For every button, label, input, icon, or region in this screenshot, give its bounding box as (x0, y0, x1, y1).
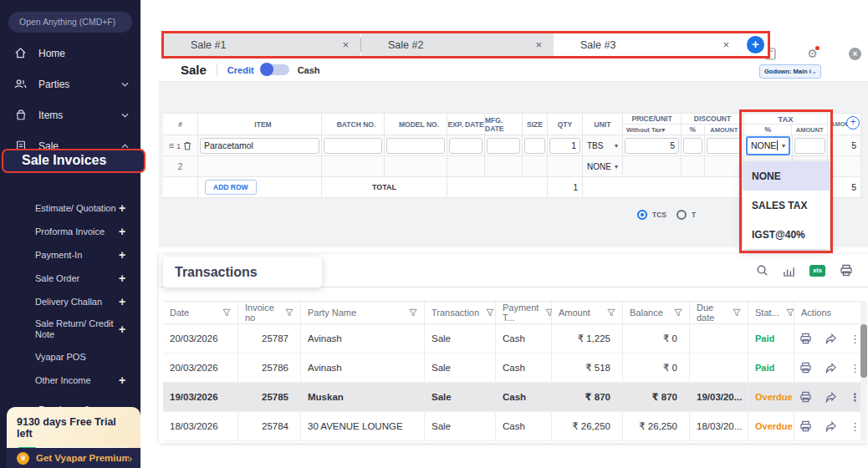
filter-icon[interactable] (607, 308, 615, 317)
share-icon[interactable] (825, 421, 837, 432)
plus-icon[interactable]: + (117, 323, 127, 336)
tax-option-sales-tax[interactable]: SALES TAX (743, 191, 830, 220)
plus-icon[interactable]: + (117, 374, 127, 387)
search-icon[interactable] (756, 264, 768, 277)
get-premium-button[interactable]: ♛ Get Vyapar Premium › (7, 448, 140, 468)
transactions-scrollbar-thumb[interactable] (860, 324, 867, 378)
model-no-input[interactable] (386, 138, 445, 154)
cell-transaction: Sale (425, 383, 496, 412)
share-icon[interactable] (825, 392, 837, 403)
tax-select-combobox[interactable]: NONE ▾ (746, 136, 790, 155)
size-input[interactable] (524, 138, 545, 154)
transaction-row[interactable]: 20/03/2026 25786 Avinash Sale Cash ₹ 518… (163, 354, 865, 383)
cell-transaction: Sale (425, 324, 496, 354)
add-row-button[interactable]: ADD ROW (205, 180, 257, 195)
qty-input[interactable]: 1 (549, 138, 580, 154)
kebab-menu-icon[interactable]: ⋮ (850, 362, 860, 374)
filter-icon[interactable] (674, 308, 682, 317)
chevron-right-icon: › (129, 452, 132, 465)
sidebar-item-proforma-invoice[interactable]: Proforma Invoice + (0, 220, 140, 243)
transactions-scrollbar-track[interactable] (860, 301, 867, 442)
price-input[interactable]: 5 (625, 138, 679, 154)
mfg-date-input[interactable] (487, 138, 520, 154)
unit-select[interactable]: TBS ▾ (583, 141, 622, 150)
exp-date-input[interactable] (449, 138, 483, 154)
second-radio[interactable] (677, 210, 687, 220)
share-icon[interactable] (825, 363, 837, 374)
plus-icon[interactable]: + (117, 201, 127, 215)
sidebar-item-sale-return-credit-note[interactable]: Sale Return/ Credit Note + (0, 313, 140, 345)
print-icon[interactable] (799, 391, 812, 403)
tax-option-none[interactable]: NONE (743, 161, 830, 191)
filter-icon[interactable] (285, 308, 294, 317)
item-name-cell[interactable] (198, 156, 322, 177)
batch-no-input[interactable] (324, 138, 382, 154)
tab-sale-2[interactable]: Sale #2 × (361, 33, 554, 56)
col-mfg-date: MFG. DATE (485, 113, 523, 135)
filter-icon[interactable] (733, 308, 741, 317)
tax-option-igst40[interactable]: IGST@40% (743, 220, 830, 249)
filter-icon[interactable] (786, 308, 794, 317)
sidebar-item-payment-in[interactable]: Payment-In + (0, 243, 140, 267)
sidebar-item-other-income[interactable]: Other Income + (0, 369, 140, 392)
delete-row-icon[interactable] (183, 141, 191, 150)
open-anything-search[interactable]: Open Anything (CMD+F) (8, 12, 132, 33)
print-icon[interactable] (799, 362, 812, 374)
filter-icon[interactable] (486, 308, 494, 317)
cell-amount: ₹ 518 (552, 354, 623, 383)
sidebar-item-sale-invoices-active[interactable]: Sale Invoices (2, 149, 146, 173)
chevron-down-icon: ⌄ (811, 68, 817, 75)
discount-pct-input[interactable] (683, 138, 702, 154)
drag-handle-icon[interactable]: ≡ (169, 140, 174, 150)
share-icon[interactable] (825, 333, 837, 344)
sidebar-item-vyapar-pos[interactable]: Vyapar POS (0, 345, 140, 369)
add-column-button[interactable]: + (846, 116, 860, 130)
kebab-menu-icon[interactable]: ⋮ (850, 391, 860, 404)
transaction-row[interactable]: 18/03/2026 25784 30 AVENUE LOUNGE Sale C… (163, 412, 865, 441)
bar-chart-icon[interactable] (783, 265, 795, 277)
sidebar-item-home[interactable]: Home (0, 38, 140, 69)
tab-sale-3-active[interactable]: Sale #3 × (554, 33, 741, 56)
plus-icon[interactable]: + (117, 248, 127, 262)
kebab-menu-icon[interactable]: ⋮ (850, 333, 860, 345)
tax-amount-input[interactable] (794, 138, 825, 154)
print-icon[interactable] (799, 420, 812, 432)
sidebar-item-parties[interactable]: Parties (0, 69, 140, 99)
sidebar-item-items[interactable]: Items (0, 99, 140, 130)
credit-cash-toggle[interactable] (261, 64, 289, 75)
print-icon[interactable] (799, 333, 812, 344)
settings-gear-icon[interactable]: ⚙ (807, 48, 818, 59)
unit-select[interactable]: NONE ▾ (583, 162, 622, 171)
notification-dot (815, 46, 819, 50)
transaction-row[interactable]: 20/03/2026 25787 Avinash Sale Cash ₹ 1,2… (163, 324, 865, 354)
cash-label[interactable]: Cash (298, 65, 320, 75)
plus-icon[interactable]: + (117, 272, 127, 285)
transactions-table: Date Invoice no Party Name Transaction P… (163, 301, 865, 441)
discount-amount-input[interactable] (707, 138, 742, 154)
print-icon[interactable] (840, 264, 853, 277)
close-window-icon[interactable]: × (849, 48, 861, 60)
sidebar-item-delivery-challan[interactable]: Delivery Challan + (0, 290, 140, 313)
kebab-menu-icon[interactable]: ⋮ (850, 420, 860, 433)
add-tab-button[interactable]: + (747, 36, 764, 53)
close-tab-icon[interactable]: × (532, 38, 545, 51)
sidebar-item-sale-order[interactable]: Sale Order + (0, 267, 140, 290)
plus-icon[interactable]: + (117, 225, 127, 238)
total-qty: 1 (548, 177, 583, 198)
close-tab-icon[interactable]: × (339, 38, 352, 51)
tab-sale-1[interactable]: Sale #1 × (164, 33, 360, 56)
item-name-input[interactable]: Paracetamol (200, 138, 319, 154)
price-tax-mode-select[interactable]: Without Tax ▾ (623, 125, 681, 135)
sidebar-item-estimate-quotation[interactable]: Estimate/ Quotation + (0, 196, 140, 220)
plus-icon[interactable]: + (117, 295, 127, 308)
godown-select[interactable]: Godown: Main Go... ⌄ (759, 64, 821, 79)
chevron-down-icon: ▾ (782, 142, 785, 150)
close-tab-icon[interactable]: × (719, 38, 733, 51)
transaction-row-selected[interactable]: 19/03/2026 25785 Muskan Sale Cash ₹ 870 … (163, 383, 865, 412)
filter-icon[interactable] (222, 308, 231, 317)
export-xls-icon[interactable]: xls (809, 265, 825, 277)
transactions-header: Transactions xls (159, 254, 868, 287)
tcs-radio-selected[interactable] (637, 210, 647, 220)
credit-label[interactable]: Credit (227, 65, 254, 75)
filter-icon[interactable] (409, 308, 417, 317)
